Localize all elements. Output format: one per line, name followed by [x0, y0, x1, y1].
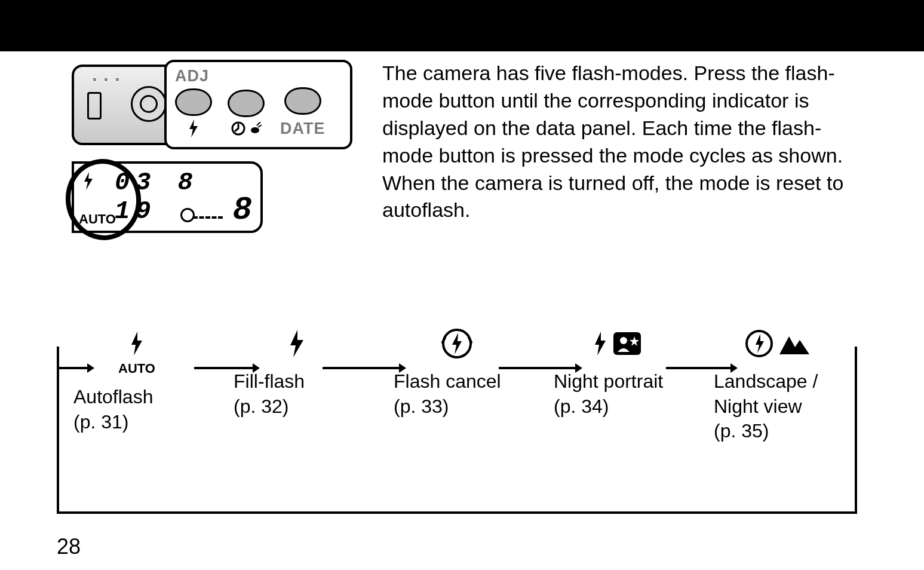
- lcd-flash-icon: [82, 172, 94, 190]
- camera-lens: [131, 86, 167, 122]
- mode-autoflash: AUTO Autoflash (p. 31): [57, 323, 217, 444]
- flash-cancel-icon: [441, 323, 472, 364]
- header-bar: [0, 0, 924, 51]
- mode-nightportrait: Night portrait (p. 34): [537, 323, 697, 444]
- lcd-counter: 8: [233, 192, 252, 228]
- camera-viewfinder: [87, 92, 102, 119]
- lcd-film-icon: [180, 208, 195, 222]
- mode-label: Flash cancel (p. 33): [377, 369, 501, 419]
- flash-icon: [188, 119, 199, 137]
- svg-point-1: [251, 127, 259, 133]
- date-button: [284, 87, 321, 115]
- mode-fillflash: Fill-flash (p. 32): [217, 323, 377, 444]
- flash-fill-icon: [288, 323, 306, 364]
- mode-row: AUTO Autoflash (p. 31) Fill-flash (p. 32…: [57, 323, 857, 444]
- auto-sublabel: AUTO: [118, 361, 155, 376]
- flash-mode-button: [175, 88, 212, 116]
- camera-illustration: ∘ ∘ ∘: [72, 65, 176, 145]
- button-panel: ADJ DATE: [164, 60, 352, 149]
- timer-redeye-button: [228, 90, 265, 117]
- night-portrait-icon: [593, 323, 641, 364]
- mode-label: Night portrait (p. 34): [537, 369, 663, 419]
- lcd-auto-text: AUTO: [79, 212, 116, 227]
- body-paragraph: The camera has five flash-modes. Press t…: [382, 60, 854, 224]
- mode-label: Fill-flash (p. 32): [217, 369, 305, 419]
- page-number: 28: [57, 534, 81, 559]
- mode-landscape: Landscape / Night view (p. 35): [697, 323, 857, 444]
- camera-top-dots: ∘ ∘ ∘: [92, 74, 122, 84]
- lcd-panel: AUTO 03 8 19 8: [72, 161, 263, 233]
- mode-cycle-diagram: AUTO Autoflash (p. 31) Fill-flash (p. 32…: [57, 347, 857, 514]
- diagram-area: ∘ ∘ ∘ ADJ: [72, 60, 352, 251]
- date-label: DATE: [280, 119, 326, 138]
- svg-point-9: [620, 337, 627, 344]
- mode-label: Landscape / Night view (p. 35): [697, 369, 857, 444]
- landscape-night-icon: [745, 323, 809, 364]
- adj-label: ADJ: [175, 67, 209, 85]
- mode-flashcancel: Flash cancel (p. 33): [377, 323, 537, 444]
- flash-auto-icon: [129, 323, 145, 364]
- mode-label: Autoflash (p. 31): [57, 385, 153, 434]
- timer-redeye-icon: [231, 121, 262, 136]
